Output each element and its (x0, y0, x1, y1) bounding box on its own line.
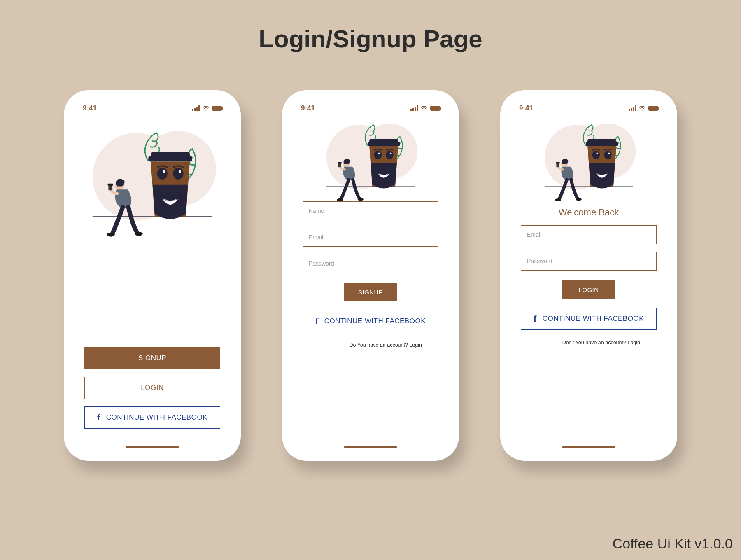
coffee-illustration (323, 119, 418, 201)
status-bar: 9:41 (508, 98, 669, 115)
facebook-icon: f (315, 316, 319, 327)
switch-to-login-link[interactable]: Do You have an account? Login (303, 342, 438, 348)
facebook-label: CONTINUE WITH FACEBOOK (324, 317, 426, 325)
footer-link-text: Don't You have an account? Login (562, 340, 640, 345)
battery-icon (430, 106, 440, 111)
status-time: 9:41 (519, 104, 533, 112)
home-indicator (344, 446, 397, 448)
signal-icon (629, 105, 636, 111)
wifi-icon (420, 106, 428, 111)
signal-icon (410, 105, 418, 111)
battery-icon (648, 106, 658, 111)
status-time: 9:41 (301, 104, 315, 112)
status-bar: 9:41 (72, 98, 233, 115)
phone-signup: 9:41 SIGNUP f CONTINUE WITH FACEBOOK (282, 90, 459, 461)
facebook-label: CONTINUE WITH FACEBOOK (106, 413, 207, 422)
status-bar: 9:41 (290, 98, 451, 115)
page-title: Login/Signup Page (0, 0, 741, 53)
wifi-icon (202, 106, 210, 111)
welcome-heading: Welcome Back (521, 207, 657, 218)
phone-landing: 9:41 SIGNUP LOGIN f CONTINUE WITH FACEBO… (64, 90, 241, 461)
facebook-button[interactable]: f CONTINUE WITH FACEBOOK (84, 406, 220, 429)
status-time: 9:41 (83, 104, 97, 112)
home-indicator (126, 446, 179, 448)
login-button[interactable]: LOGIN (84, 377, 220, 399)
facebook-button[interactable]: f CONTINUE WITH FACEBOOK (521, 308, 657, 330)
facebook-label: CONTINUE WITH FACEBOOK (543, 315, 644, 323)
signup-submit-button[interactable]: SIGNUP (344, 283, 397, 301)
battery-icon (212, 106, 222, 111)
coffee-illustration (541, 119, 636, 201)
password-input[interactable] (303, 254, 438, 273)
footer-link-text: Do You have an account? Login (349, 342, 422, 348)
phone-mockups: 9:41 SIGNUP LOGIN f CONTINUE WITH FACEBO… (0, 90, 741, 461)
phone-login: 9:41 Welcome Back LOGIN f CONTINUE WITH … (500, 90, 677, 461)
coffee-illustration (89, 123, 216, 238)
signup-button[interactable]: SIGNUP (84, 347, 220, 369)
kit-version-label: Coffee Ui Kit v1.0.0 (613, 536, 733, 552)
email-input[interactable] (303, 228, 438, 247)
login-submit-button[interactable]: LOGIN (562, 280, 615, 299)
facebook-icon: f (534, 313, 537, 324)
facebook-icon: f (97, 412, 100, 423)
home-indicator (562, 446, 615, 448)
password-input[interactable] (521, 252, 657, 271)
switch-to-signup-link[interactable]: Don't You have an account? Login (521, 340, 657, 345)
name-input[interactable] (303, 201, 438, 220)
wifi-icon (638, 106, 646, 111)
signal-icon (192, 105, 200, 111)
facebook-button[interactable]: f CONTINUE WITH FACEBOOK (303, 310, 438, 332)
email-input[interactable] (521, 225, 657, 244)
